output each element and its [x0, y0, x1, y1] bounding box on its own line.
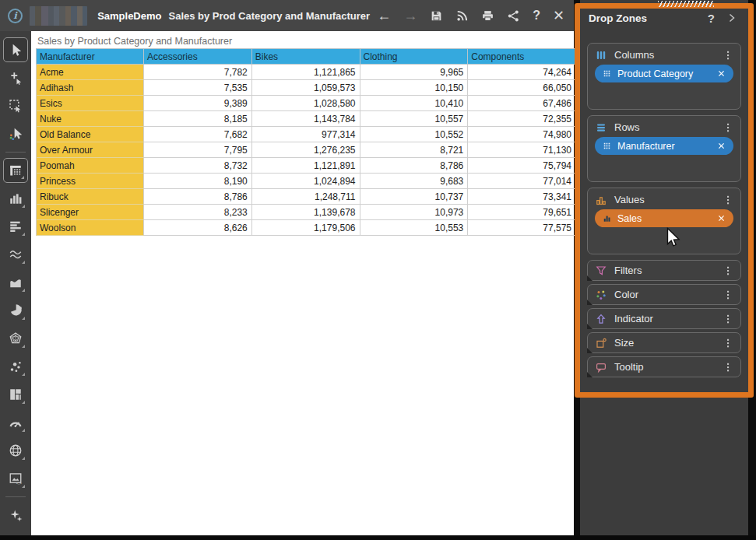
sidebar-item-radar-chart[interactable]: [3, 326, 28, 351]
value-cell: 8,233: [144, 205, 252, 220]
table-row: Adihash 7,5351,059,57310,15066,050: [37, 80, 576, 96]
zone-rows-header: Rows: [588, 116, 740, 136]
value-cell: 7,682: [144, 127, 252, 142]
svg-text:<>: <>: [16, 481, 23, 486]
value-cell: 66,050: [468, 80, 576, 96]
sidebar-item-gauge[interactable]: [3, 410, 28, 435]
value-cell: 1,024,894: [251, 174, 360, 189]
sidebar-item-custom-visualization[interactable]: <>: [3, 466, 28, 491]
table-row: Woolson 8,6261,179,50610,55377,575: [37, 220, 576, 236]
window-bottom-edge: [0, 535, 756, 540]
zone-tooltip-label: Tooltip: [614, 361, 644, 373]
print-button[interactable]: [481, 9, 494, 23]
column-header-cell[interactable]: Clothing: [360, 49, 468, 65]
measure-bars-icon: [602, 213, 612, 223]
sidebar-item-area-chart[interactable]: [3, 270, 28, 295]
row-header-cell[interactable]: Adihash: [37, 80, 144, 96]
sidebar-item-marquee-select[interactable]: [3, 93, 28, 118]
row-header-cell[interactable]: Ribuck: [37, 189, 144, 205]
field-pill-product-category[interactable]: Product Category: [595, 65, 733, 82]
value-cell: 10,553: [360, 220, 468, 236]
row-header-cell[interactable]: Princess: [37, 174, 144, 189]
kebab-icon[interactable]: [722, 361, 734, 373]
kebab-icon[interactable]: [722, 265, 734, 277]
value-cell: 10,552: [360, 127, 468, 142]
row-header-cell[interactable]: Poomah: [37, 158, 144, 174]
pivot-grid-table: ManufacturerAccessoriesBikesClothingComp…: [36, 48, 576, 236]
drop-zones-title: Drop Zones: [589, 12, 647, 24]
sidebar-item-column-chart[interactable]: [3, 186, 28, 211]
zone-rows[interactable]: Rows Manufacturer: [587, 115, 741, 182]
row-header-cell[interactable]: Nuke: [37, 111, 144, 127]
zone-indicator[interactable]: Indicator: [587, 308, 741, 329]
row-header-cell[interactable]: Slicenger: [37, 205, 144, 220]
feed-button[interactable]: [455, 9, 469, 23]
share-button[interactable]: [507, 9, 520, 23]
kebab-icon[interactable]: [722, 313, 734, 325]
collapse-panel-icon[interactable]: [726, 12, 738, 24]
zone-color[interactable]: Color: [587, 284, 741, 305]
zone-size[interactable]: Size: [587, 332, 741, 353]
value-cell: 1,143,784: [251, 111, 360, 127]
forward-button[interactable]: →: [403, 9, 417, 23]
remove-icon[interactable]: [716, 68, 726, 79]
sidebar-item-add-visualization[interactable]: [3, 65, 28, 90]
zone-values[interactable]: Values Sales: [587, 188, 741, 254]
value-cell: 977,314: [251, 127, 360, 142]
zone-filters[interactable]: Filters: [587, 260, 741, 281]
zone-tooltip[interactable]: Tooltip: [587, 356, 741, 377]
close-button[interactable]: ✕: [553, 9, 564, 23]
back-button[interactable]: ←: [377, 9, 391, 23]
kebab-icon[interactable]: [722, 194, 734, 206]
value-cell: 8,190: [144, 174, 252, 189]
sidebar-item-map[interactable]: [3, 438, 28, 463]
column-header-cell[interactable]: Manufacturer: [37, 49, 144, 65]
grid-header-row: ManufacturerAccessoriesBikesClothingComp…: [37, 49, 576, 65]
row-header-cell[interactable]: Over Armour: [37, 142, 144, 158]
redaction-hatch: [658, 1, 714, 7]
topbar-actions: ←→?✕: [377, 9, 564, 23]
drag-handle-icon: [602, 68, 612, 79]
sidebar-item-select-cursor[interactable]: [3, 37, 28, 62]
value-cell: 1,121,865: [251, 65, 360, 80]
info-icon[interactable]: i: [8, 9, 23, 23]
column-header-cell[interactable]: Bikes: [251, 49, 360, 65]
sidebar-item-bar-chart[interactable]: [3, 214, 28, 239]
row-header-cell[interactable]: Acme: [37, 65, 144, 80]
kebab-icon[interactable]: [722, 289, 734, 301]
columns-icon: [595, 49, 607, 61]
row-header-cell[interactable]: Woolson: [37, 220, 144, 236]
kebab-icon[interactable]: [722, 337, 734, 349]
sidebar-item-pie-chart[interactable]: [3, 298, 28, 323]
sidebar-item-pivot-grid[interactable]: [3, 158, 28, 183]
filters-icon: [595, 265, 607, 277]
row-header-cell[interactable]: Old Balance: [37, 127, 144, 142]
value-cell: 10,557: [360, 111, 468, 127]
column-header-cell[interactable]: Accessories: [144, 49, 252, 65]
drop-zones-panel: Drop Zones ? Columns Product Category Ro…: [580, 0, 748, 535]
zone-columns[interactable]: Columns Product Category: [587, 43, 741, 110]
kebab-icon[interactable]: [722, 49, 734, 61]
sidebar-item-ai-assistant[interactable]: [3, 503, 28, 528]
remove-icon[interactable]: [716, 141, 726, 151]
zone-values-header: Values: [588, 188, 740, 209]
sidebar-item-present[interactable]: [3, 121, 28, 146]
value-cell: 9,683: [360, 174, 468, 189]
save-button[interactable]: [430, 9, 443, 23]
sidebar-item-line-chart[interactable]: [3, 242, 28, 267]
sidebar-item-scatter-plot[interactable]: [3, 354, 28, 379]
kebab-icon[interactable]: [722, 121, 734, 134]
sidebar-item-treemap[interactable]: [3, 382, 28, 407]
field-pill-manufacturer[interactable]: Manufacturer: [595, 137, 733, 155]
column-header-cell[interactable]: Components: [468, 49, 576, 65]
dashboard-name: SampleDemo: [97, 10, 161, 22]
row-header-cell[interactable]: Esics: [37, 96, 144, 111]
help-button[interactable]: ?: [533, 9, 540, 22]
value-cell: 8,786: [144, 189, 252, 205]
field-pill-sales[interactable]: Sales: [595, 209, 733, 227]
help-icon[interactable]: ?: [708, 12, 715, 24]
remove-icon[interactable]: [716, 213, 726, 223]
zone-indicator-label: Indicator: [614, 313, 653, 324]
top-bar: i SampleDemo Sales by Prod Category and …: [0, 0, 574, 31]
value-cell: 8,626: [144, 220, 252, 236]
